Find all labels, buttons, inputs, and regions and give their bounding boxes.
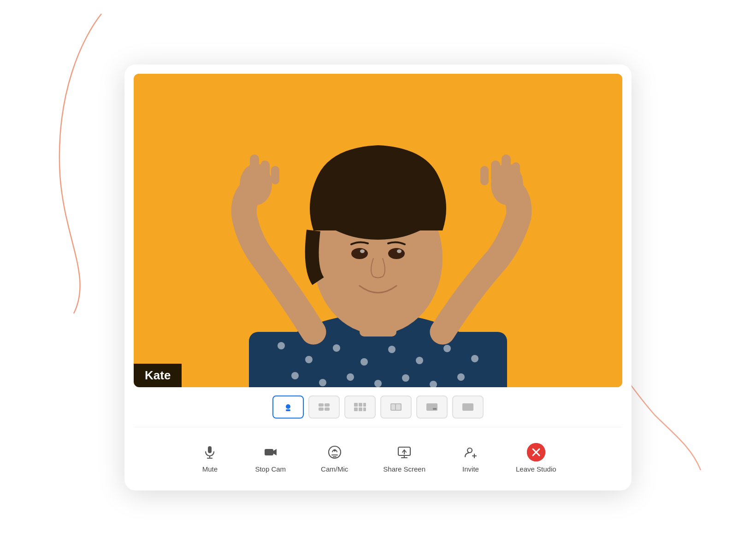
svg-rect-28 — [260, 160, 270, 183]
video-background — [134, 74, 622, 387]
cam-mic-label: Cam/Mic — [321, 465, 348, 473]
stop-cam-label: Stop Cam — [255, 465, 286, 473]
svg-point-20 — [319, 379, 326, 386]
invite-button[interactable]: Invite — [443, 437, 498, 479]
svg-rect-51 — [433, 408, 437, 410]
svg-rect-32 — [491, 160, 500, 183]
svg-rect-37 — [319, 403, 324, 407]
svg-rect-39 — [319, 407, 324, 411]
svg-rect-52 — [462, 403, 473, 411]
svg-point-9 — [360, 249, 365, 253]
video-container: Kate — [124, 65, 632, 490]
svg-point-22 — [374, 380, 382, 387]
svg-point-15 — [388, 346, 396, 353]
leave-studio-label: Leave Studio — [516, 465, 556, 473]
svg-rect-40 — [325, 407, 330, 411]
svg-rect-45 — [359, 407, 362, 411]
svg-rect-29 — [271, 166, 279, 184]
svg-rect-27 — [250, 154, 259, 182]
layout-btn-blank[interactable] — [452, 396, 484, 419]
cam-mic-icon — [325, 443, 344, 461]
layout-btn-single[interactable] — [272, 396, 304, 419]
svg-point-8 — [388, 248, 405, 259]
svg-rect-42 — [359, 403, 362, 407]
layout-btn-pip[interactable] — [416, 396, 448, 419]
svg-rect-48 — [391, 404, 395, 410]
leave-studio-button[interactable]: Leave Studio — [498, 437, 574, 479]
toolbar: Mute Stop Cam C — [134, 427, 622, 490]
svg-rect-46 — [363, 407, 366, 411]
svg-rect-31 — [502, 154, 511, 182]
mute-icon — [201, 443, 219, 461]
svg-rect-34 — [512, 162, 520, 183]
svg-point-21 — [347, 373, 354, 381]
layout-btn-sidebyside[interactable] — [380, 396, 412, 419]
mute-label: Mute — [202, 465, 218, 473]
mute-button[interactable]: Mute — [182, 437, 237, 479]
svg-rect-41 — [354, 403, 358, 407]
participant-video — [134, 74, 622, 387]
svg-point-63 — [467, 448, 472, 453]
stop-cam-icon — [261, 443, 280, 461]
svg-point-11 — [278, 342, 285, 349]
svg-point-17 — [443, 345, 451, 352]
svg-rect-33 — [480, 166, 489, 185]
share-screen-label: Share Screen — [383, 465, 425, 473]
svg-point-10 — [397, 249, 402, 253]
svg-point-35 — [286, 404, 290, 409]
cam-mic-button[interactable]: Cam/Mic — [303, 437, 366, 479]
svg-rect-3 — [249, 332, 507, 387]
svg-rect-44 — [354, 407, 358, 411]
leave-studio-icon — [527, 443, 545, 461]
share-screen-button[interactable]: Share Screen — [366, 437, 443, 479]
svg-point-7 — [351, 248, 368, 259]
svg-point-16 — [416, 357, 423, 364]
layout-btn-grid4[interactable] — [344, 396, 376, 419]
participant-name-badge: Kate — [134, 364, 182, 387]
svg-rect-38 — [325, 403, 330, 407]
svg-rect-53 — [208, 446, 212, 453]
layout-btn-grid2[interactable] — [308, 396, 340, 419]
share-screen-icon — [395, 443, 413, 461]
svg-point-19 — [291, 372, 299, 379]
svg-point-12 — [305, 356, 313, 363]
svg-rect-43 — [363, 403, 366, 407]
video-frame: Kate — [134, 74, 622, 387]
stop-cam-button[interactable]: Stop Cam — [237, 437, 303, 479]
svg-point-58 — [333, 449, 336, 452]
svg-point-18 — [471, 355, 478, 362]
svg-rect-49 — [396, 404, 401, 410]
svg-rect-56 — [265, 449, 273, 455]
layout-selector — [134, 387, 622, 424]
svg-rect-36 — [286, 409, 290, 411]
svg-point-25 — [457, 373, 465, 381]
invite-label: Invite — [462, 465, 479, 473]
invite-icon — [461, 443, 480, 461]
svg-point-23 — [402, 374, 409, 382]
svg-point-13 — [333, 344, 340, 352]
svg-point-14 — [360, 358, 368, 366]
